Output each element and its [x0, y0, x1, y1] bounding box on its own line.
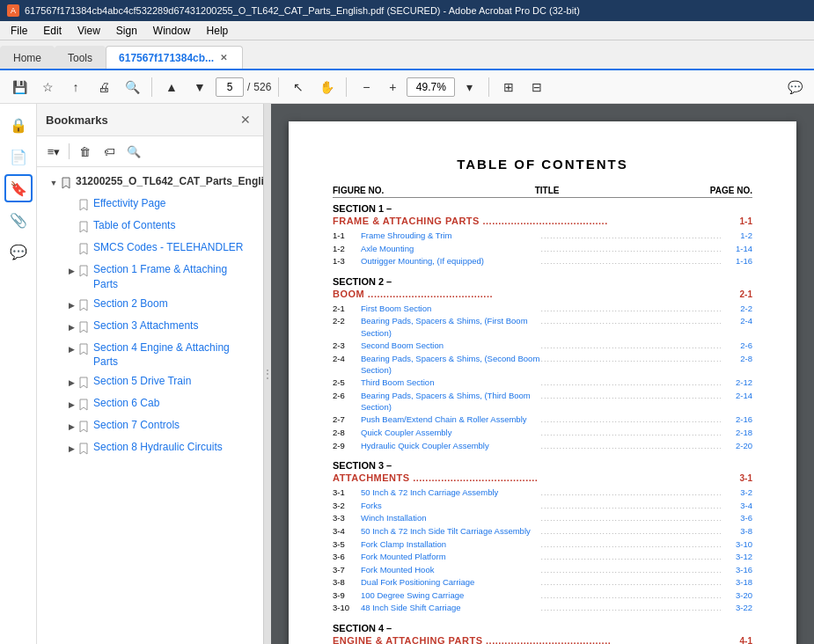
- bookmark-sec4[interactable]: ▶ Section 4 Engine & Attaching Parts: [62, 339, 256, 372]
- zoom-find-button[interactable]: 🔍: [120, 75, 144, 99]
- toc-page-num: 2-14: [721, 390, 752, 401]
- toc-row: 3-450 Inch & 72 Inch Side Tilt Carriage …: [333, 525, 752, 538]
- toc-dots: ........................................…: [541, 231, 722, 242]
- print-button[interactable]: 🖨: [92, 75, 116, 99]
- tab-home[interactable]: Home: [0, 46, 55, 69]
- toc-row-title: 50 Inch & 72 Inch Carriage Assembly: [361, 487, 541, 498]
- save-button[interactable]: 💾: [7, 75, 32, 99]
- toc-dots: ........................................…: [541, 354, 722, 365]
- fit-page-button[interactable]: ⊞: [496, 75, 521, 99]
- menu-view[interactable]: View: [70, 23, 107, 39]
- toc-row-title: 100 Degree Swing Carriage: [361, 589, 541, 601]
- pages-panel-button[interactable]: 📄: [4, 143, 33, 171]
- toc-row: 1-1Frame Shrouding & Trim ..............…: [333, 230, 752, 242]
- sidebar-delete-button[interactable]: 🗑: [73, 140, 96, 163]
- sec2-expand[interactable]: ▶: [65, 296, 77, 314]
- bookmarks-panel-button[interactable]: 🔖: [4, 174, 33, 202]
- page-number-input[interactable]: 5: [216, 77, 244, 97]
- bookmark-sec3[interactable]: ▶ Section 3 Attachments: [62, 317, 256, 338]
- sec7-bookmark-icon: [77, 418, 90, 435]
- tab-tools[interactable]: Tools: [55, 46, 106, 69]
- sidebar-search-button[interactable]: 🔍: [122, 140, 145, 163]
- toc-dots: ........................................…: [541, 577, 722, 589]
- section-3-subheading: ATTACHMENTS ............................…: [333, 472, 538, 483]
- sidebar-view-options-button[interactable]: ≡▾: [42, 140, 65, 163]
- comments-panel-button[interactable]: 💬: [4, 238, 33, 266]
- toolbar: 💾 ☆ ↑ 🖨 🔍 ▲ ▼ 5 / 526 ↖ ✋ − + 49.7% ▾ ⊞ …: [0, 70, 814, 104]
- menu-help[interactable]: Help: [200, 23, 236, 39]
- share-button[interactable]: ↑: [63, 75, 88, 99]
- toc-dots: ........................................…: [541, 428, 722, 439]
- toc-page-num: 2-16: [721, 413, 752, 425]
- bookmark-sec2[interactable]: ▶ Section 2 Boom: [62, 295, 256, 316]
- toc-row-title: Frame Shrouding & Trim: [361, 230, 541, 241]
- toc-dots: ........................................…: [541, 256, 722, 267]
- lock-icon[interactable]: 🔒: [4, 111, 33, 139]
- root-bookmark-icon: [60, 174, 72, 192]
- select-tool-button[interactable]: ↖: [286, 75, 311, 99]
- page-down-button[interactable]: ▼: [187, 75, 212, 99]
- sec5-expand[interactable]: ▶: [65, 374, 77, 392]
- toc-page-num: 3-18: [721, 576, 752, 588]
- zoom-in-button[interactable]: +: [380, 75, 405, 99]
- bookmark-add-button[interactable]: ☆: [35, 75, 60, 99]
- sidebar-close-button[interactable]: ✕: [237, 111, 254, 128]
- tab-close-button[interactable]: ✕: [217, 52, 230, 63]
- sec4-label: Section 4 Engine & Attaching Parts: [93, 340, 253, 370]
- toc-row: 3-7Fork Mounted Hook ...................…: [333, 564, 752, 576]
- zoom-out-button[interactable]: −: [354, 75, 378, 99]
- zoom-dropdown-button[interactable]: ▾: [457, 75, 481, 99]
- menu-edit[interactable]: Edit: [36, 23, 69, 39]
- sidebar-tag-button[interactable]: 🏷: [98, 140, 121, 163]
- menu-window[interactable]: Window: [146, 23, 198, 39]
- toc-page-num: 3-4: [721, 500, 752, 511]
- toc-page-num: 3-12: [721, 551, 752, 562]
- toc-fig-num: 2-3: [333, 340, 361, 351]
- bookmark-toc[interactable]: Table of Contents: [62, 216, 256, 238]
- root-collapse-icon[interactable]: ▼: [48, 174, 60, 192]
- tab-doc[interactable]: 617567f171384cb... ✕: [106, 46, 243, 69]
- smcs-expand: [65, 240, 77, 258]
- bookmark-sec8[interactable]: ▶ Section 8 Hydraulic Circuits: [62, 438, 256, 459]
- attachments-panel-button[interactable]: 📎: [4, 206, 33, 234]
- toc-page-num: 1-16: [721, 255, 752, 267]
- toc-section-3: SECTION 3 –ATTACHMENTS .................…: [333, 460, 752, 614]
- sec1-expand[interactable]: ▶: [65, 262, 77, 280]
- bookmark-sec5[interactable]: ▶ Section 5 Drive Train: [62, 372, 256, 393]
- toc-page-num: 3-8: [721, 525, 752, 537]
- col-title: TITLE: [535, 186, 560, 195]
- hand-tool-button[interactable]: ✋: [314, 75, 339, 99]
- sec4-expand[interactable]: ▶: [65, 340, 77, 358]
- toc-row-title: Bearing Pads, Spacers & Shims, (Third Bo…: [361, 390, 541, 413]
- bookmark-smcs[interactable]: SMCS Codes - TELEHANDLER: [62, 238, 256, 260]
- bookmarks-list: ▼ 31200255_O_TL642_CAT_Parts_English ▲: [37, 167, 263, 465]
- sidebar-resize-handle[interactable]: [264, 104, 271, 644]
- bookmark-sec7[interactable]: ▶ Section 7 Controls: [62, 416, 256, 437]
- toc-fig-num: 3-9: [333, 589, 361, 601]
- toc-row: 2-3Second Boom Section .................…: [333, 340, 752, 352]
- toc-fig-num: 3-5: [333, 538, 361, 550]
- rotate-button[interactable]: ⊟: [524, 75, 549, 99]
- bookmark-effectivity[interactable]: Effectivity Page: [62, 194, 256, 216]
- sec3-expand[interactable]: ▶: [65, 318, 77, 336]
- toc-dots: ........................................…: [541, 244, 722, 255]
- pdf-viewer[interactable]: TABLE OF CONTENTS FIGURE NO. TITLE PAGE …: [271, 104, 814, 644]
- toc-fig-num: 3-3: [333, 512, 361, 523]
- zoom-input[interactable]: 49.7%: [407, 77, 455, 97]
- sec6-expand[interactable]: ▶: [65, 396, 77, 413]
- sec8-expand[interactable]: ▶: [65, 440, 77, 457]
- toc-row: 2-1First Boom Section ..................…: [333, 303, 752, 315]
- toc-dots: ........................................…: [541, 552, 722, 563]
- page-up-button[interactable]: ▲: [159, 75, 184, 99]
- comment-tool-button[interactable]: 💬: [782, 75, 807, 99]
- sidebar-header: Bookmarks ✕: [37, 104, 263, 136]
- bookmark-sec1[interactable]: ▶ Section 1 Frame & Attaching Parts: [62, 260, 256, 294]
- sec7-expand[interactable]: ▶: [65, 418, 77, 435]
- toc-bookmark-icon: [77, 218, 90, 236]
- bookmark-root-item[interactable]: ▼ 31200255_O_TL642_CAT_Parts_English ▲: [44, 172, 256, 194]
- bookmark-sec6[interactable]: ▶ Section 6 Cab: [62, 394, 256, 415]
- main-area: 🔒 📄 🔖 📎 💬 Bookmarks ✕ ≡▾ 🗑 🏷 🔍 ▼: [0, 104, 814, 644]
- toc-row-title: 50 Inch & 72 Inch Side Tilt Carriage Ass…: [361, 525, 541, 537]
- menu-sign[interactable]: Sign: [109, 23, 144, 39]
- menu-file[interactable]: File: [4, 23, 34, 39]
